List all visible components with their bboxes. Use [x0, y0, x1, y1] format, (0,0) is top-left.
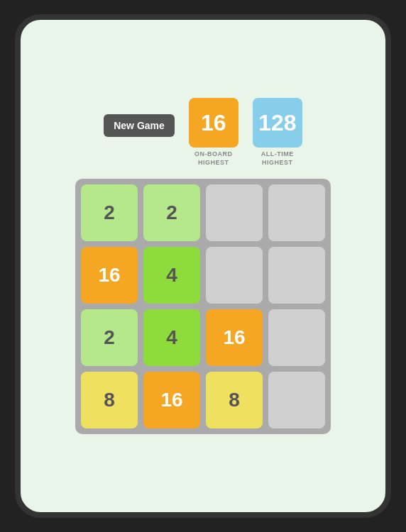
cell-1-2 — [206, 247, 263, 304]
header-row: New Game 16 ON-BOARDHIGHEST 128 ALL-TIME… — [104, 98, 302, 167]
cell-3-3 — [268, 372, 325, 428]
tablet: New Game 16 ON-BOARDHIGHEST 128 ALL-TIME… — [15, 14, 391, 518]
cell-1-3 — [268, 247, 325, 304]
cell-0-0: 2 — [81, 184, 138, 241]
cell-2-3 — [268, 309, 325, 366]
cell-3-1: 16 — [143, 372, 200, 428]
on-board-score-tile: 16 — [189, 98, 238, 148]
cell-3-0: 8 — [81, 372, 138, 428]
cell-2-0: 2 — [81, 309, 138, 366]
cell-0-1: 2 — [143, 184, 200, 241]
cell-1-0: 16 — [81, 247, 138, 304]
new-game-button[interactable]: New Game — [104, 114, 175, 137]
cell-2-1: 4 — [143, 309, 200, 366]
all-time-score-tile: 128 — [253, 98, 302, 148]
all-time-score-label: ALL-TIMEHIGHEST — [261, 150, 294, 167]
cell-1-1: 4 — [143, 247, 200, 304]
game-container: New Game 16 ON-BOARDHIGHEST 128 ALL-TIME… — [75, 98, 331, 433]
cell-3-2: 8 — [206, 372, 263, 428]
all-time-score-block: 128 ALL-TIMEHIGHEST — [253, 98, 302, 167]
cell-2-2: 16 — [206, 309, 263, 366]
cell-0-2 — [206, 184, 263, 241]
on-board-score-block: 16 ON-BOARDHIGHEST — [189, 98, 238, 167]
on-board-score-label: ON-BOARDHIGHEST — [194, 150, 233, 167]
game-board[interactable]: 2216424168168 — [75, 179, 331, 434]
cell-0-3 — [268, 184, 325, 241]
